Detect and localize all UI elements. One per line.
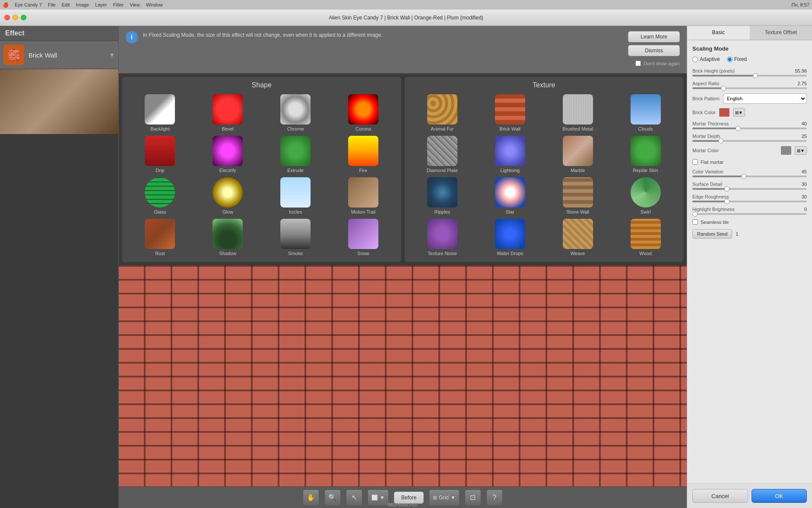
texture-item-clouds[interactable]: Clouds	[612, 93, 679, 133]
texture-grid: Animal FurBrick WallBrushed MetalCloudsD…	[409, 93, 679, 258]
select-tool-button[interactable]: ↖	[346, 489, 362, 506]
mortar-thickness-slider[interactable]	[692, 128, 807, 129]
shape-item-backlight[interactable]: Backlight	[127, 93, 193, 133]
shape-item-label-glow: Glow	[222, 209, 233, 214]
traffic-lights[interactable]	[4, 15, 26, 20]
brick-pattern-select[interactable]: English	[723, 93, 807, 104]
color-variation-slider[interactable]	[692, 176, 807, 177]
texture-item-label-stonewall: Stone Wall	[566, 209, 589, 214]
help-button[interactable]: ?	[486, 489, 503, 506]
apple-menu[interactable]: 🍎	[3, 2, 9, 8]
shape-item-glow[interactable]: Glow	[194, 176, 261, 216]
texture-item-waterdrops[interactable]: Water Drops	[476, 217, 543, 258]
shape-item-snow[interactable]: Snow	[330, 217, 397, 258]
effect-selector[interactable]: 🧱 Brick Wall ▼	[0, 41, 118, 69]
app-menu-item[interactable]: Eye Candy 7	[15, 2, 42, 8]
window-menu[interactable]: Window	[146, 2, 163, 8]
flat-mortar-checkbox[interactable]	[692, 159, 698, 165]
fixed-radio-input[interactable]	[727, 57, 733, 62]
shape-item-motion[interactable]: Motion Trail	[330, 176, 397, 216]
highlight-brightness-slider[interactable]	[692, 213, 807, 215]
shape-item-drip[interactable]: Drip	[127, 134, 193, 175]
adaptive-radio[interactable]: Adaptive	[692, 56, 720, 62]
texture-item-swirl[interactable]: Swirl	[612, 176, 679, 216]
texture-item-brushed[interactable]: Brushed Metal	[544, 93, 611, 133]
pan-tool-button[interactable]: ✋	[303, 489, 319, 506]
brick-height-slider[interactable]	[692, 75, 807, 77]
shape-item-chrome[interactable]: Chrome	[262, 93, 329, 133]
aspect-ratio-slider[interactable]	[692, 87, 807, 89]
file-menu[interactable]: File	[48, 2, 56, 8]
fixed-radio[interactable]: Fixed	[727, 56, 747, 62]
layer-menu[interactable]: Layer	[95, 2, 107, 8]
tab-basic[interactable]: Basic	[687, 26, 750, 40]
edit-menu[interactable]: Edit	[62, 2, 70, 8]
texture-item-marble[interactable]: Marble	[544, 134, 611, 175]
maximize-button[interactable]	[21, 15, 26, 20]
shape-item-smoke[interactable]: Smoke	[262, 217, 329, 258]
surface-detail-label: Surface Detail 30	[692, 182, 807, 187]
texture-item-weave[interactable]: Weave	[544, 217, 611, 258]
texture-item-stonewall[interactable]: Stone Wall	[544, 176, 611, 216]
shape-item-label-electrify: Electrify	[219, 168, 236, 173]
shape-item-glass[interactable]: Glass	[127, 176, 193, 216]
filter-menu[interactable]: Filter	[113, 2, 124, 8]
shape-item-electrify[interactable]: Electrify	[194, 134, 261, 175]
texture-item-animal[interactable]: Animal Fur	[409, 93, 476, 133]
minimize-button[interactable]	[13, 15, 18, 20]
shape-item-fire[interactable]: Fire	[330, 134, 397, 175]
close-button[interactable]	[4, 15, 10, 20]
cancel-button[interactable]: Cancel	[692, 489, 748, 503]
learn-more-button[interactable]: Learn More	[628, 31, 680, 42]
texture-item-ripples[interactable]: Ripples	[409, 176, 476, 216]
surface-detail-slider[interactable]	[692, 188, 807, 190]
mortar-color-swatch[interactable]	[781, 146, 791, 155]
shape-item-extrude[interactable]: Extrude	[262, 134, 329, 175]
texture-item-lightning[interactable]: Lightning	[476, 134, 543, 175]
shape-item-corona[interactable]: Corona	[330, 93, 397, 133]
effect-name: Brick Wall	[29, 51, 57, 59]
dont-show-checkbox[interactable]	[635, 61, 641, 66]
tab-texture-offset[interactable]: Texture Offset	[750, 26, 812, 40]
adaptive-label: Adaptive	[700, 56, 720, 62]
brick-height-param: Brick Height (pixels) 55.96	[692, 68, 807, 77]
shape-texture-area: Shape BacklightBevelChromeCoronaDripElec…	[119, 73, 687, 265]
image-menu[interactable]: Image	[76, 2, 89, 8]
effect-thumbnail	[0, 69, 118, 134]
zoom-tool-button[interactable]: 🔍	[324, 489, 341, 506]
texture-item-diamond[interactable]: Diamond Plate	[409, 134, 476, 175]
view-button[interactable]: ⊡	[465, 489, 481, 506]
shape-item-bevel[interactable]: Bevel	[194, 93, 261, 133]
shape-item-icicles[interactable]: Icicles	[262, 176, 329, 216]
random-seed-value: 1	[736, 231, 738, 236]
shape-item-shadow[interactable]: Shadow	[194, 217, 261, 258]
shape-item-label-snow: Snow	[357, 251, 369, 256]
texture-item-wood[interactable]: Wood	[612, 217, 679, 258]
random-seed-row: Random Seed 1	[692, 229, 807, 239]
mortar-depth-slider[interactable]	[692, 140, 807, 142]
grid-dropdown[interactable]: ⊞ Grid ▼	[429, 489, 460, 506]
seamless-tile-checkbox[interactable]	[692, 219, 698, 225]
view-menu[interactable]: View	[130, 2, 140, 8]
edge-roughness-slider[interactable]	[692, 201, 807, 202]
brick-color-grid-button[interactable]: ⊞▼	[733, 108, 745, 117]
texture-item-star[interactable]: Star	[476, 176, 543, 216]
dismiss-button[interactable]: Dismiss	[628, 45, 680, 56]
ok-button[interactable]: OK	[752, 489, 807, 503]
texture-item-reptile[interactable]: Reptile Skin	[612, 134, 679, 175]
texture-item-label-star: Star	[506, 209, 514, 214]
texture-item-texnoise[interactable]: Texture Noise	[409, 217, 476, 258]
brick-color-swatch[interactable]	[719, 108, 730, 117]
edge-roughness-param: Edge Roughness 30	[692, 194, 807, 202]
info-text: In Fixed Scaling Mode, the size of this …	[143, 31, 383, 39]
random-seed-button[interactable]: Random Seed	[692, 229, 732, 239]
shape-item-label-smoke: Smoke	[288, 251, 303, 256]
info-banner: i In Fixed Scaling Mode, the size of thi…	[119, 26, 687, 73]
canvas-size-dropdown[interactable]: ⬜ ▼	[368, 489, 389, 506]
before-button[interactable]: Before	[394, 492, 424, 504]
shape-item-rust[interactable]: Rust	[127, 217, 193, 258]
effect-dropdown-arrow[interactable]: ▼	[109, 51, 115, 58]
mortar-color-grid-button[interactable]: ⊞▼	[795, 146, 807, 155]
texture-item-brickwall[interactable]: Brick Wall	[476, 93, 543, 133]
adaptive-radio-input[interactable]	[692, 57, 698, 62]
